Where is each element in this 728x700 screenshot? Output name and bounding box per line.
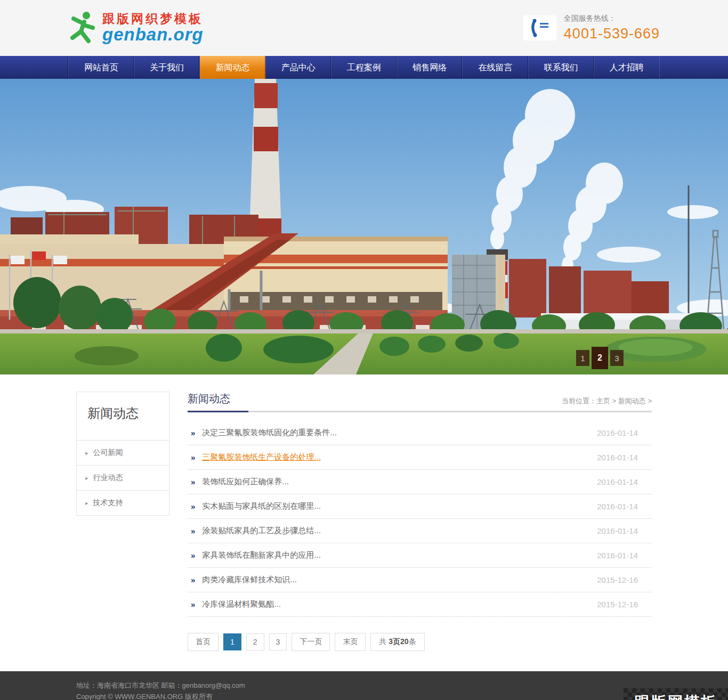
news-item[interactable]: » 装饰纸应如何正确保养... 2016-01-14: [188, 470, 652, 494]
hero-slider: 1 2 3: [0, 79, 728, 375]
double-arrow-icon: »: [191, 575, 195, 584]
news-date: 2015-12-16: [597, 575, 638, 584]
news-date: 2016-01-14: [597, 453, 638, 462]
footer-address: 地址：海南省海口市龙华区 邮箱：genbanorg@qq.com: [76, 680, 652, 691]
pagination-first[interactable]: 首页: [188, 633, 219, 651]
double-arrow-icon: »: [191, 453, 195, 462]
nav-item-cases[interactable]: 工程案例: [331, 56, 397, 79]
main-nav: 网站首页 关于我们 新闻动态 产品中心 工程案例 销售网络 在线留言 联系我们 …: [0, 56, 728, 79]
pagination-next[interactable]: 下一页: [292, 633, 330, 651]
hero-pager-3[interactable]: 3: [610, 350, 624, 366]
nav-item-message[interactable]: 在线留言: [462, 56, 528, 79]
news-link[interactable]: 家具装饰纸在翻新家具中的应用...: [202, 550, 597, 560]
double-arrow-icon: »: [191, 428, 195, 437]
news-date: 2015-12-16: [597, 600, 638, 609]
double-arrow-icon: »: [191, 526, 195, 535]
news-sidebar: 新闻动态 ▸公司新闻 ▸行业动态 ▸技术支持: [76, 392, 169, 516]
news-link[interactable]: 涂装贴纸家具的工艺及步骤总结...: [202, 526, 597, 536]
news-link[interactable]: 冷库保温材料聚氨酯...: [202, 599, 597, 609]
hotline: 全国服务热线： 4001-539-669: [523, 14, 660, 42]
nav-item-news[interactable]: 新闻动态: [199, 56, 265, 79]
nav-item-home[interactable]: 网站首页: [68, 56, 134, 79]
footer: 地址：海南省海口市龙华区 邮箱：genbanorg@qq.com Copyrig…: [0, 671, 728, 700]
hero-pager: 1 2 3: [575, 347, 625, 369]
pagination-page-2[interactable]: 2: [246, 633, 264, 650]
breadcrumb: 当前位置：主页 > 新闻动态 >: [562, 396, 652, 406]
pagination-page-1[interactable]: 1: [223, 633, 241, 650]
nav-item-contact[interactable]: 联系我们: [528, 56, 594, 79]
hotline-label: 全国服务热线：: [564, 14, 660, 23]
sidebar-item-industry-news[interactable]: ▸行业动态: [77, 465, 169, 490]
template-watermark: 跟版网模板: [624, 688, 728, 700]
pagination-total: 共 3页20条: [370, 633, 424, 651]
sidebar-item-company-news[interactable]: ▸公司新闻: [77, 440, 169, 465]
news-item[interactable]: » 肉类冷藏库保鲜技术知识... 2015-12-16: [188, 568, 652, 592]
hero-pager-1[interactable]: 1: [576, 350, 589, 366]
pagination-last[interactable]: 末页: [335, 633, 366, 651]
nav-item-products[interactable]: 产品中心: [265, 56, 331, 79]
double-arrow-icon: »: [191, 551, 195, 560]
news-item[interactable]: » 冷库保温材料聚氨酯... 2015-12-16: [188, 592, 652, 617]
page-title: 新闻动态: [188, 392, 230, 406]
news-date: 2016-01-14: [597, 526, 638, 535]
footer-copyright: Copyright © WWW.GENBAN.ORG 版权所有: [76, 691, 652, 700]
hero-pager-2[interactable]: 2: [592, 347, 608, 369]
pagination: 首页 1 2 3 下一页 末页 共 3页20条: [188, 633, 652, 651]
triangle-right-icon: ▸: [85, 475, 88, 482]
site-logo[interactable]: 跟版网织梦模板 genban.org: [68, 10, 204, 46]
triangle-right-icon: ▸: [85, 500, 88, 507]
news-link[interactable]: 肉类冷藏库保鲜技术知识...: [202, 575, 597, 585]
nav-item-jobs[interactable]: 人才招聘: [594, 56, 660, 79]
news-link[interactable]: 装饰纸应如何正确保养...: [202, 477, 597, 487]
double-arrow-icon: »: [191, 502, 195, 511]
phone-icon: [523, 15, 556, 40]
main-section: 新闻动态 ▸公司新闻 ▸行业动态 ▸技术支持 新闻动态 当前位置：主页 > 新闻…: [0, 375, 728, 671]
hotline-number: 4001-539-669: [564, 26, 660, 42]
news-list: » 决定三聚氰胺装饰纸固化的重要条件... 2016-01-14 » 三聚氰胺装…: [188, 421, 652, 617]
nav-item-about[interactable]: 关于我们: [134, 56, 199, 79]
news-date: 2016-01-14: [597, 428, 638, 437]
triangle-right-icon: ▸: [85, 450, 88, 457]
brand-name-en: genban.org: [102, 26, 204, 43]
news-link[interactable]: 三聚氰胺装饰纸生产设备的处理...: [202, 452, 597, 462]
breadcrumb-section-link[interactable]: 新闻动态: [618, 397, 646, 405]
breadcrumb-home-link[interactable]: 主页: [596, 397, 610, 405]
sidebar-item-tech-support[interactable]: ▸技术支持: [77, 490, 169, 515]
double-arrow-icon: »: [191, 477, 195, 486]
news-item[interactable]: » 家具装饰纸在翻新家具中的应用... 2016-01-14: [188, 543, 652, 568]
news-item[interactable]: » 实木贴面与家具纸的区别在哪里... 2016-01-14: [188, 494, 652, 519]
news-date: 2016-01-14: [597, 502, 638, 511]
news-content: 新闻动态 当前位置：主页 > 新闻动态 > » 决定三聚氰胺装饰纸固化的重要条件…: [188, 392, 652, 651]
nav-item-sales-network[interactable]: 销售网络: [397, 56, 462, 79]
brand-name-cn: 跟版网织梦模板: [102, 13, 204, 25]
news-date: 2016-01-14: [597, 551, 638, 560]
pagination-page-3[interactable]: 3: [269, 633, 287, 650]
runner-icon: [68, 10, 99, 46]
sidebar-title: 新闻动态: [77, 392, 169, 440]
news-item[interactable]: » 涂装贴纸家具的工艺及步骤总结... 2016-01-14: [188, 519, 652, 543]
news-date: 2016-01-14: [597, 477, 638, 486]
news-item[interactable]: » 决定三聚氰胺装饰纸固化的重要条件... 2016-01-14: [188, 421, 652, 445]
news-link[interactable]: 决定三聚氰胺装饰纸固化的重要条件...: [202, 428, 597, 438]
news-item[interactable]: » 三聚氰胺装饰纸生产设备的处理... 2016-01-14: [188, 445, 652, 470]
double-arrow-icon: »: [191, 600, 195, 609]
header: 跟版网织梦模板 genban.org 全国服务热线： 4001-539-669: [0, 0, 728, 56]
news-link[interactable]: 实木贴面与家具纸的区别在哪里...: [202, 501, 597, 511]
power-plant-banner-image: [0, 79, 728, 375]
